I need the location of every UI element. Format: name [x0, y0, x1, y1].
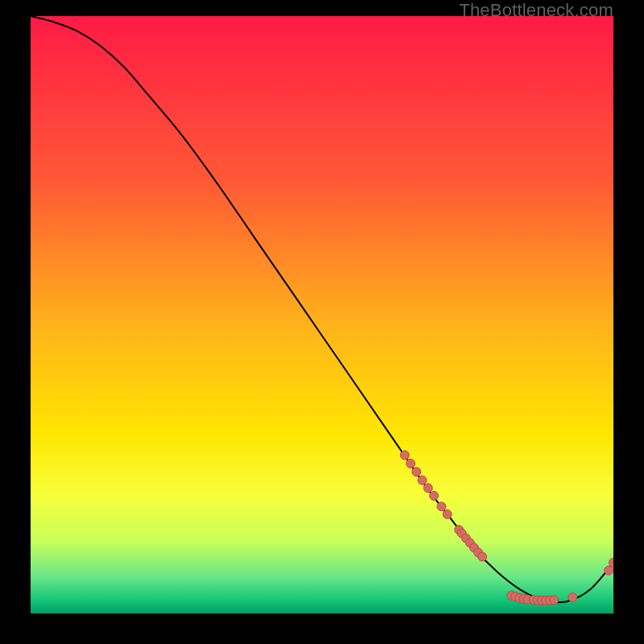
data-point — [478, 552, 487, 561]
data-point — [605, 566, 613, 575]
data-point — [400, 451, 409, 460]
data-point — [568, 592, 577, 601]
plot-area — [31, 16, 613, 613]
data-point — [423, 484, 432, 493]
data-point — [443, 510, 452, 518]
data-point — [412, 468, 421, 477]
gradient-background — [31, 16, 613, 613]
chart-svg — [31, 16, 613, 613]
data-point — [550, 596, 559, 605]
data-point — [437, 502, 446, 511]
data-point — [407, 459, 415, 468]
data-point — [430, 491, 439, 500]
data-point — [418, 476, 427, 485]
chart-stage: TheBottleneck.com — [0, 0, 644, 644]
